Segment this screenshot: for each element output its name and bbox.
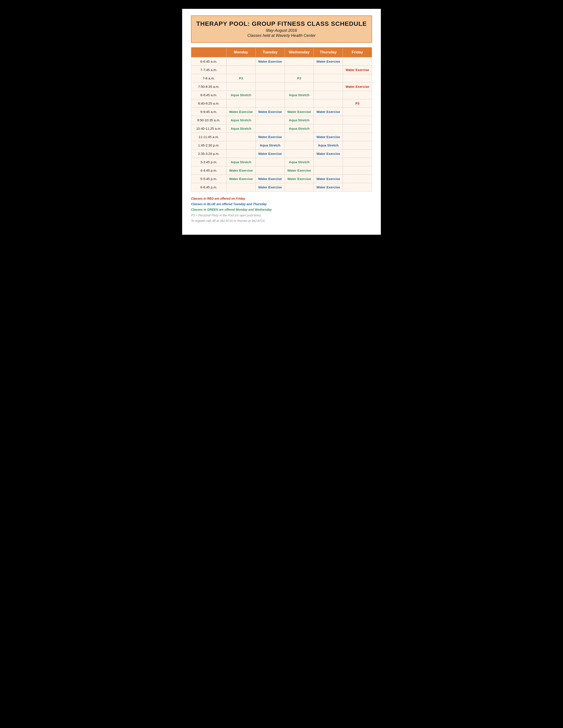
cell-monday bbox=[226, 99, 256, 108]
table-row: 5-5:45 p.m.Water ExerciseWater ExerciseW… bbox=[191, 175, 372, 183]
cell-thursday: Water Exercise bbox=[314, 108, 343, 116]
table-row: 1:45-2:30 p.m.Aqua StretchAqua Stretch bbox=[191, 141, 372, 150]
table-row: 7-7:45 a.m.Water Exercise bbox=[191, 66, 372, 74]
cell-tuesday: Water Exercise bbox=[255, 108, 285, 116]
cell-monday bbox=[226, 66, 256, 74]
cell-thursday: Water Exercise bbox=[314, 183, 343, 191]
cell-monday bbox=[226, 133, 256, 141]
cell-thursday bbox=[314, 166, 343, 175]
cell-tuesday bbox=[255, 166, 285, 175]
time-cell: 8-8:45 a.m. bbox=[191, 91, 226, 99]
cell-wednesday: Water Exercise bbox=[285, 166, 314, 175]
cell-thursday: Water Exercise bbox=[314, 150, 343, 158]
cell-wednesday bbox=[285, 133, 314, 141]
cell-monday: Water Exercise bbox=[226, 166, 256, 175]
cell-wednesday bbox=[285, 183, 314, 191]
col-header-tuesday: Tuesday bbox=[255, 47, 285, 57]
time-cell: 10:40-11:25 a.m. bbox=[191, 124, 226, 133]
legend-blue: Classes in BLUE are offered Tuesday and … bbox=[191, 201, 372, 207]
cell-tuesday bbox=[255, 83, 285, 91]
cell-friday bbox=[343, 133, 372, 141]
cell-monday: Water Exercise bbox=[226, 175, 256, 183]
table-row: 4-4:45 p.m.Water ExerciseWater Exercise bbox=[191, 166, 372, 175]
cell-wednesday: Aqua Stretch bbox=[285, 116, 314, 124]
time-cell: 7-8 a.m. bbox=[191, 74, 226, 83]
cell-thursday: Water Exercise bbox=[314, 57, 343, 66]
cell-friday bbox=[343, 91, 372, 99]
cell-friday bbox=[343, 183, 372, 191]
cell-tuesday bbox=[255, 91, 285, 99]
time-cell: 9:50-10:35 a.m. bbox=[191, 116, 226, 124]
time-cell: 8:40-9:25 a.m. bbox=[191, 99, 226, 108]
cell-wednesday bbox=[285, 57, 314, 66]
cell-wednesday bbox=[285, 141, 314, 150]
col-header-wednesday: Wednesday bbox=[285, 47, 314, 57]
cell-friday bbox=[343, 141, 372, 150]
cell-wednesday: P3 bbox=[285, 74, 314, 83]
cell-thursday bbox=[314, 99, 343, 108]
date-range: May-August 2016 bbox=[194, 28, 369, 33]
time-cell: 6-6:45 a.m. bbox=[191, 57, 226, 66]
cell-thursday bbox=[314, 116, 343, 124]
schedule-header: THERAPY POOL: GROUP FITNESS CLASS SCHEDU… bbox=[191, 15, 372, 43]
cell-tuesday: Water Exercise bbox=[255, 150, 285, 158]
col-header-friday: Friday bbox=[343, 47, 372, 57]
cell-thursday bbox=[314, 74, 343, 83]
legend: Classes in RED are offered on Friday Cla… bbox=[191, 196, 372, 224]
cell-thursday: Aqua Stretch bbox=[314, 141, 343, 150]
table-row: 9-9:45 a.m.Water ExerciseWater ExerciseW… bbox=[191, 108, 372, 116]
col-header-time bbox=[191, 47, 226, 57]
schedule-table: Monday Tuesday Wednesday Thursday Friday… bbox=[191, 47, 372, 191]
cell-tuesday bbox=[255, 116, 285, 124]
table-row: 11-11:45 a.m.Water ExerciseWater Exercis… bbox=[191, 133, 372, 141]
table-row: 7-8 a.m.P3P3 bbox=[191, 74, 372, 83]
cell-wednesday bbox=[285, 83, 314, 91]
table-row: 7:50-8:35 a.m.Water Exercise bbox=[191, 83, 372, 91]
legend-p3: P3 = Personal Party in the Pool (or open… bbox=[191, 213, 372, 218]
cell-thursday: Water Exercise bbox=[314, 133, 343, 141]
time-cell: 2:35-3:20 p.m. bbox=[191, 150, 226, 158]
cell-thursday bbox=[314, 83, 343, 91]
cell-thursday bbox=[314, 158, 343, 166]
page: THERAPY POOL: GROUP FITNESS CLASS SCHEDU… bbox=[182, 9, 381, 235]
cell-wednesday bbox=[285, 66, 314, 74]
cell-wednesday: Aqua Stretch bbox=[285, 158, 314, 166]
table-row: 6-6:45 a.m.Water ExerciseWater Exercise bbox=[191, 57, 372, 66]
cell-tuesday: Aqua Stretch bbox=[255, 141, 285, 150]
cell-friday bbox=[343, 175, 372, 183]
cell-friday: Water Exercise bbox=[343, 83, 372, 91]
cell-monday bbox=[226, 83, 256, 91]
cell-friday bbox=[343, 116, 372, 124]
cell-monday: Aqua Stretch bbox=[226, 158, 256, 166]
location: Classes held at Waverly Health Center bbox=[194, 33, 369, 38]
time-cell: 4-4:45 p.m. bbox=[191, 166, 226, 175]
cell-tuesday: Water Exercise bbox=[255, 175, 285, 183]
cell-friday bbox=[343, 150, 372, 158]
table-header-row: Monday Tuesday Wednesday Thursday Friday bbox=[191, 47, 372, 57]
cell-wednesday: Aqua Stretch bbox=[285, 124, 314, 133]
table-row: 3-3:45 p.m.Aqua StretchAqua Stretch bbox=[191, 158, 372, 166]
cell-monday: Aqua Stretch bbox=[226, 124, 256, 133]
legend-green: Classes in GREEN are offered Monday and … bbox=[191, 207, 372, 212]
cell-thursday bbox=[314, 91, 343, 99]
table-row: 10:40-11:25 a.m.Aqua StretchAqua Stretch bbox=[191, 124, 372, 133]
table-row: 6-6:45 p.m.Water ExerciseWater Exercise bbox=[191, 183, 372, 191]
cell-tuesday: Water Exercise bbox=[255, 183, 285, 191]
cell-thursday bbox=[314, 66, 343, 74]
cell-wednesday: Aqua Stretch bbox=[285, 91, 314, 99]
table-row: 9:50-10:35 a.m.Aqua StretchAqua Stretch bbox=[191, 116, 372, 124]
cell-wednesday: Water Exercise bbox=[285, 175, 314, 183]
cell-friday bbox=[343, 108, 372, 116]
time-cell: 7-7:45 a.m. bbox=[191, 66, 226, 74]
col-header-monday: Monday bbox=[226, 47, 256, 57]
table-row: 8-8:45 a.m.Aqua StretchAqua Stretch bbox=[191, 91, 372, 99]
cell-wednesday: Water Exercise bbox=[285, 108, 314, 116]
cell-monday bbox=[226, 150, 256, 158]
cell-thursday: Water Exercise bbox=[314, 175, 343, 183]
time-cell: 5-5:45 p.m. bbox=[191, 175, 226, 183]
time-cell: 7:50-8:35 a.m. bbox=[191, 83, 226, 91]
cell-wednesday bbox=[285, 99, 314, 108]
cell-thursday bbox=[314, 124, 343, 133]
cell-wednesday bbox=[285, 150, 314, 158]
time-cell: 1:45-2:30 p.m. bbox=[191, 141, 226, 150]
